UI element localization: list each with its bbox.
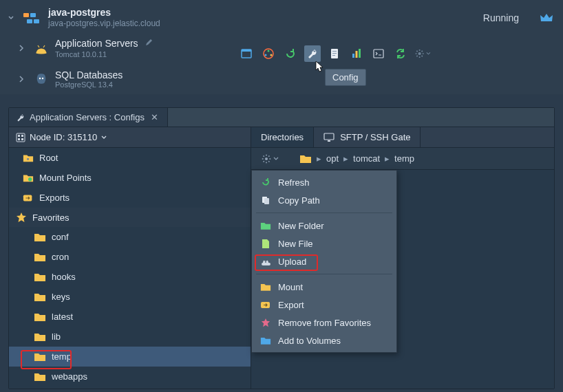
tab-directories[interactable]: Directories — [251, 127, 314, 147]
export-icon — [260, 301, 271, 309]
svg-rect-23 — [21, 135, 23, 137]
tab-sftp[interactable]: SFTP / SSH Gate — [314, 127, 421, 147]
folder-label: hooks — [52, 272, 76, 282]
svg-rect-0 — [23, 13, 29, 17]
refresh-icon — [260, 177, 271, 187]
layer-sub: Tomcat 10.0.11 — [55, 50, 153, 58]
actions-gear-button[interactable] — [258, 152, 282, 166]
svg-rect-26 — [27, 158, 29, 160]
volume-icon — [260, 336, 271, 345]
stats-icon[interactable] — [348, 45, 365, 62]
node-icon — [16, 133, 25, 142]
svg-point-5 — [42, 78, 43, 79]
expand-layer-icon[interactable] — [18, 45, 28, 52]
separator — [256, 274, 392, 274]
addon-icon[interactable] — [260, 45, 277, 62]
close-tab-icon[interactable]: ✕ — [149, 112, 160, 122]
collapse-env-icon[interactable] — [7, 14, 17, 22]
ctx-label: New Folder — [278, 221, 323, 231]
folder-label: latest — [52, 312, 73, 322]
edit-icon[interactable] — [140, 39, 153, 49]
folder-label: lib — [52, 331, 61, 342]
svg-rect-18 — [359, 49, 361, 58]
ctx-label: Export — [278, 300, 304, 310]
svg-point-4 — [39, 78, 41, 79]
tree-exports[interactable]: Exports — [9, 188, 251, 208]
svg-rect-15 — [332, 55, 335, 56]
ssh-icon[interactable] — [370, 45, 387, 62]
layer-sql[interactable]: SQL Databases — [55, 69, 123, 80]
svg-rect-14 — [332, 53, 337, 54]
folder-label: webapps — [52, 371, 87, 382]
ctx-mount[interactable]: Mount — [252, 278, 396, 296]
browser-icon[interactable] — [238, 45, 255, 62]
tree-folder-conf[interactable]: conf — [9, 227, 251, 247]
tree-folder-lib[interactable]: lib — [9, 327, 251, 347]
node-id: Node ID: 315110 — [30, 132, 97, 142]
svg-rect-21 — [17, 133, 25, 142]
settings-gear-icon[interactable] — [414, 45, 431, 62]
crown-icon[interactable] — [526, 12, 553, 23]
wrench-icon — [16, 113, 25, 122]
favorites-header[interactable]: Favorites — [9, 208, 251, 227]
root-folder-icon — [23, 153, 34, 164]
tree-mount-points[interactable]: Mount Points — [9, 168, 251, 188]
ctx-label: Refresh — [278, 177, 310, 188]
ctx-new-file[interactable]: New File — [252, 235, 396, 252]
folder-icon — [34, 372, 46, 382]
tomcat-icon — [34, 41, 48, 55]
redeploy-icon[interactable] — [392, 45, 409, 62]
ctx-label: Remove from Favorites — [278, 318, 371, 328]
ctx-add-volume[interactable]: Add to Volumes — [252, 331, 396, 349]
node-selector[interactable]: Node ID: 315110 — [9, 127, 251, 148]
folder-label: cron — [52, 252, 69, 262]
config-icon[interactable] — [304, 45, 321, 62]
tree-label: Root — [39, 153, 58, 163]
folder-icon — [34, 232, 46, 242]
ctx-label: Copy Path — [278, 195, 320, 206]
separator — [256, 213, 392, 213]
breadcrumb-separator: ▸ — [384, 153, 390, 164]
export-icon — [23, 193, 34, 204]
tree-folder-hooks[interactable]: hooks — [9, 267, 251, 287]
tree-root[interactable]: Root — [9, 148, 251, 168]
breadcrumb-separator: ▸ — [316, 153, 322, 164]
breadcrumb-item[interactable]: tomcat — [353, 153, 380, 164]
tree-folder-cron[interactable]: cron — [9, 247, 251, 267]
svg-rect-29 — [324, 133, 334, 140]
svg-rect-30 — [328, 140, 330, 142]
svg-rect-2 — [27, 19, 32, 23]
environment-name[interactable]: java-postgres — [48, 7, 476, 18]
svg-rect-3 — [34, 19, 39, 23]
breadcrumb-item[interactable]: temp — [394, 153, 414, 164]
tab-label: SFTP / SSH Gate — [340, 132, 410, 142]
ctx-refresh[interactable]: Refresh — [252, 173, 396, 191]
config-tab[interactable]: Application Servers : Configs ✕ — [9, 108, 168, 127]
breadcrumb-item[interactable]: opt — [326, 153, 339, 164]
ctx-copy-path[interactable]: Copy Path — [252, 191, 396, 209]
svg-point-20 — [418, 52, 421, 55]
chevron-down-icon — [101, 135, 107, 140]
svg-rect-16 — [352, 54, 354, 58]
log-icon[interactable] — [326, 45, 343, 62]
tree-folder-keys[interactable]: keys — [9, 287, 251, 307]
svg-point-27 — [28, 177, 32, 181]
layer-app-servers[interactable]: Application Servers — [55, 38, 138, 49]
highlight-temp-folder — [21, 350, 72, 369]
folder-icon — [260, 283, 271, 292]
svg-rect-22 — [18, 135, 20, 137]
favorites-label: Favorites — [32, 213, 69, 223]
upload-icon — [260, 257, 271, 266]
ctx-remove-favorite[interactable]: Remove from Favorites — [252, 314, 396, 331]
restart-icon[interactable] — [282, 45, 299, 62]
ctx-new-folder[interactable]: New Folder — [252, 217, 396, 235]
ctx-export[interactable]: Export — [252, 296, 396, 314]
tree-folder-webapps[interactable]: webapps — [9, 367, 251, 386]
folder-icon[interactable] — [299, 154, 312, 164]
expand-layer-icon[interactable] — [18, 76, 28, 83]
star-remove-icon — [260, 318, 271, 327]
tree-folder-latest[interactable]: latest — [9, 307, 251, 327]
svg-rect-7 — [242, 50, 251, 52]
ctx-upload[interactable]: Upload — [252, 252, 396, 270]
star-icon — [16, 212, 27, 223]
